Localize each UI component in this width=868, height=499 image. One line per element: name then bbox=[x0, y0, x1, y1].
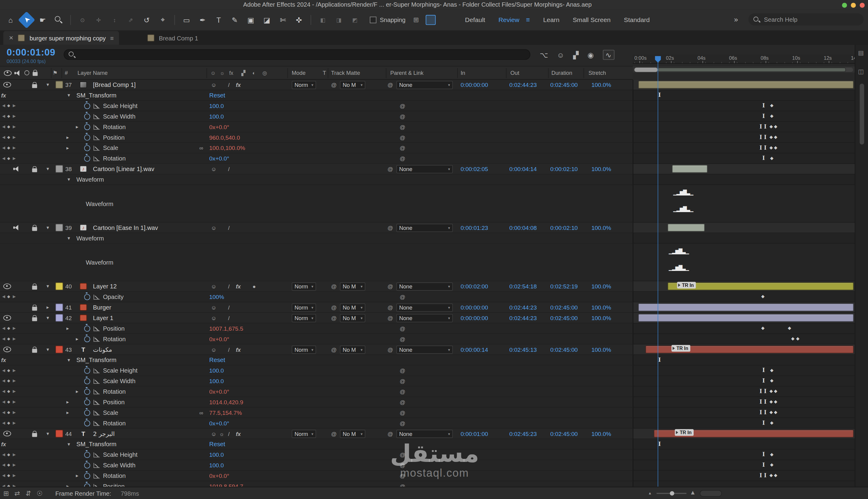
close-tab-icon[interactable]: ✕ bbox=[9, 35, 13, 41]
row-track[interactable]: II◆◆ bbox=[633, 397, 855, 407]
layer-duration-bar[interactable] bbox=[638, 314, 854, 322]
in-value[interactable]: 0:00:01:00 bbox=[460, 429, 488, 439]
keyframe-icon[interactable]: I bbox=[762, 452, 765, 458]
parent-select[interactable]: None▾ bbox=[396, 345, 453, 354]
prev-keyframe-icon[interactable]: ◀ bbox=[2, 471, 5, 480]
out-value[interactable]: 0:02:45:23 bbox=[509, 429, 537, 439]
row-track[interactable]: TR In bbox=[633, 429, 855, 439]
keyframe-icon[interactable]: ◆ bbox=[769, 146, 773, 150]
next-keyframe-icon[interactable]: ▶ bbox=[13, 481, 16, 487]
out-value[interactable]: 0:00:04:14 bbox=[509, 164, 537, 174]
graph-icon[interactable] bbox=[94, 153, 100, 163]
duration-value[interactable]: 0:02:45:00 bbox=[550, 313, 578, 323]
row-track[interactable]: I bbox=[633, 90, 855, 101]
clone-stamp-tool[interactable]: ▣ bbox=[245, 14, 257, 26]
parent-pickwhip-icon[interactable]: @ bbox=[387, 164, 393, 174]
in-value[interactable]: 0:00:00:14 bbox=[460, 344, 488, 354]
set-keyframe-icon[interactable]: ◆ bbox=[7, 460, 10, 470]
row-track[interactable]: I◆ bbox=[633, 460, 855, 471]
fx-switch[interactable]: fx bbox=[236, 281, 241, 291]
set-keyframe-icon[interactable]: ◆ bbox=[7, 365, 10, 375]
stopwatch-icon[interactable] bbox=[84, 418, 90, 428]
next-keyframe-icon[interactable]: ▶ bbox=[13, 153, 16, 163]
keyframe-icon[interactable]: ◆ bbox=[770, 463, 773, 467]
zoom-tool[interactable] bbox=[52, 14, 64, 26]
property-value[interactable]: 100.0 bbox=[209, 365, 224, 375]
parent-select[interactable]: None▾ bbox=[396, 304, 453, 312]
property-value[interactable]: 100.0 bbox=[209, 376, 224, 386]
keyframe-icon[interactable]: ◆ bbox=[774, 146, 777, 150]
rotation-tool[interactable]: ↺ bbox=[140, 14, 153, 26]
row-track[interactable] bbox=[633, 223, 855, 233]
pan-camera-tool[interactable]: ✛ bbox=[92, 14, 105, 26]
stopwatch-icon[interactable] bbox=[84, 481, 90, 487]
label-swatch[interactable] bbox=[55, 80, 63, 89]
keyframe-icon[interactable]: ◆ bbox=[769, 125, 773, 129]
workspace-standard[interactable]: Standard bbox=[624, 16, 650, 23]
duration-value[interactable]: 0:02:45:00 bbox=[550, 344, 578, 354]
slash-switch[interactable]: / bbox=[228, 313, 230, 323]
window-zoom-button[interactable] bbox=[842, 2, 847, 8]
current-time-indicator[interactable] bbox=[658, 62, 658, 487]
slash-switch[interactable]: / bbox=[228, 344, 230, 354]
in-value[interactable]: 0:00:00:00 bbox=[460, 313, 488, 323]
keyframe-icon[interactable]: I bbox=[764, 410, 767, 415]
graph-editor-icon[interactable]: ∿ bbox=[603, 50, 614, 60]
property-value[interactable]: 0x+0.0° bbox=[209, 471, 229, 480]
twirl-icon[interactable]: ▸ bbox=[47, 302, 49, 312]
row-track[interactable]: I◆ bbox=[633, 450, 855, 460]
set-keyframe-icon[interactable]: ◆ bbox=[7, 122, 10, 132]
axis-mode-world[interactable]: ◨ bbox=[333, 14, 345, 26]
stopwatch-icon[interactable] bbox=[84, 450, 90, 460]
twirl-icon[interactable]: ▾ bbox=[47, 223, 49, 233]
keyframe-icon[interactable]: I bbox=[764, 473, 767, 478]
graph-icon[interactable] bbox=[94, 324, 100, 333]
next-keyframe-icon[interactable]: ▶ bbox=[13, 365, 16, 375]
workspace-review[interactable]: Review bbox=[498, 16, 519, 23]
mode-select[interactable]: Norm▾ bbox=[292, 304, 316, 312]
set-keyframe-icon[interactable]: ◆ bbox=[7, 481, 10, 487]
stretch-value[interactable]: 100.0% bbox=[582, 164, 611, 174]
out-value[interactable]: 0:02:44:23 bbox=[509, 302, 537, 312]
pickwhip-icon[interactable]: @ bbox=[400, 418, 405, 428]
row-track[interactable]: TR In bbox=[633, 344, 855, 355]
camera-tool[interactable]: ⇗ bbox=[125, 14, 137, 26]
keyframe-icon[interactable]: I bbox=[658, 441, 661, 447]
row-track[interactable]: ◆◆ bbox=[633, 324, 855, 334]
property-value[interactable]: 100.0 bbox=[209, 460, 224, 470]
stopwatch-icon[interactable] bbox=[84, 153, 90, 163]
next-keyframe-icon[interactable]: ▶ bbox=[13, 101, 16, 111]
rectangle-tool[interactable]: ▭ bbox=[181, 14, 193, 26]
stopwatch-icon[interactable] bbox=[84, 292, 90, 302]
type-tool[interactable]: T bbox=[213, 14, 225, 26]
keyframe-icon[interactable]: ◆ bbox=[796, 337, 799, 341]
duration-value[interactable]: 0:00:02:10 bbox=[550, 164, 578, 174]
stopwatch-icon[interactable] bbox=[84, 387, 90, 397]
parent-pickwhip-icon[interactable]: @ bbox=[387, 429, 393, 439]
slash-switch[interactable]: / bbox=[228, 429, 230, 439]
set-keyframe-icon[interactable]: ◆ bbox=[7, 132, 10, 142]
label-swatch[interactable] bbox=[55, 344, 63, 354]
slash-switch[interactable]: / bbox=[228, 281, 230, 291]
row-track[interactable]: I bbox=[633, 439, 855, 450]
zoom-in-icon[interactable]: ▲ bbox=[690, 489, 696, 496]
pickwhip-icon[interactable]: @ bbox=[400, 334, 405, 344]
prev-keyframe-icon[interactable]: ◀ bbox=[2, 292, 5, 302]
pickwhip-icon[interactable]: @ bbox=[400, 407, 405, 417]
prev-keyframe-icon[interactable]: ◀ bbox=[2, 334, 5, 344]
stopwatch-icon[interactable] bbox=[84, 334, 90, 344]
track-matte-select[interactable]: No M▾ bbox=[340, 314, 365, 322]
orbit-camera-tool[interactable]: ⊙ bbox=[76, 14, 88, 26]
twirl-icon[interactable]: ▾ bbox=[47, 80, 49, 89]
slash-switch[interactable]: / bbox=[228, 302, 230, 312]
property-value[interactable]: 100.0 bbox=[209, 450, 224, 460]
slash-switch[interactable]: / bbox=[228, 223, 230, 233]
pickwhip-icon[interactable]: @ bbox=[400, 111, 405, 121]
keyframe-icon[interactable]: ◆ bbox=[774, 135, 777, 140]
timeline-search-input[interactable] bbox=[75, 51, 498, 59]
next-keyframe-icon[interactable]: ▶ bbox=[13, 132, 16, 142]
stretch-value[interactable]: 100.0% bbox=[582, 281, 611, 291]
parent-pickwhip-icon[interactable]: @ bbox=[387, 344, 393, 354]
reset-button[interactable]: Reset bbox=[209, 439, 225, 449]
pickwhip-icon[interactable]: @ bbox=[400, 292, 405, 302]
